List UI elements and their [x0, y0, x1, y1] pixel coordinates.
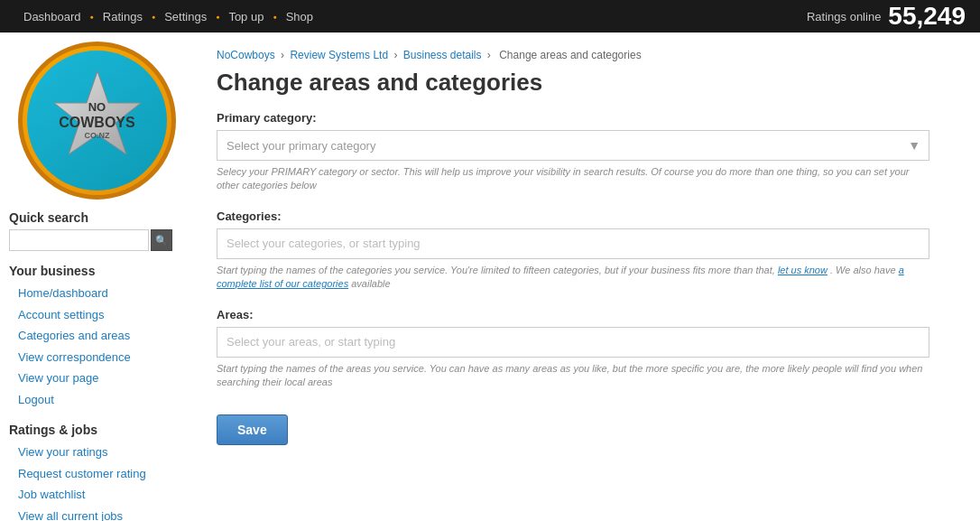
sidebar-item-request-rating[interactable]: Request customer rating — [9, 463, 185, 464]
breadcrumb-review-systems[interactable]: Review Systems Ltd — [290, 49, 388, 61]
areas-input[interactable] — [217, 327, 929, 358]
nav-shop[interactable]: Shop — [277, 10, 322, 23]
logo-outer-ring: NO COWBOYS CO.NZ — [18, 42, 176, 200]
logo-text: NO COWBOYS CO.NZ — [59, 100, 134, 142]
sidebar-item-home-dashboard[interactable]: Home/dashboard — [9, 283, 185, 304]
sidebar: NO COWBOYS CO.NZ Quick search 🔍 Your bus… — [0, 33, 194, 463]
nav-topup[interactable]: Top up — [219, 10, 273, 23]
areas-label: Areas: — [217, 308, 962, 321]
breadcrumb-current: Change areas and categories — [499, 49, 641, 61]
primary-category-section: Primary category: Select your primary ca… — [217, 111, 962, 193]
ratings-online: Ratings online 55,249 — [807, 2, 966, 31]
sidebar-item-view-ratings[interactable]: View your ratings — [9, 442, 185, 463]
areas-hint: Start typing the names of the areas you … — [217, 362, 929, 390]
areas-section: Areas: Start typing the names of the are… — [217, 308, 962, 390]
logo-container: NO COWBOYS CO.NZ — [18, 42, 176, 200]
main-content: NoCowboys › Review Systems Ltd › Busines… — [199, 33, 980, 463]
search-button[interactable]: 🔍 — [151, 229, 172, 251]
breadcrumb: NoCowboys › Review Systems Ltd › Busines… — [217, 49, 962, 61]
primary-category-label: Primary category: — [217, 111, 962, 125]
breadcrumb-nocowboys[interactable]: NoCowboys — [217, 49, 275, 61]
primary-category-wrapper: Select your primary category ▼ — [217, 130, 929, 161]
categories-label: Categories: — [217, 209, 962, 223]
categories-input[interactable] — [217, 228, 929, 259]
categories-hint-pre: Start typing the names of the categories… — [217, 265, 775, 275]
categories-section: Categories: Start typing the names of th… — [217, 209, 962, 292]
nav-dashboard[interactable]: Dashboard — [14, 10, 90, 23]
nav-ratings[interactable]: Ratings — [94, 10, 152, 23]
quick-search-label: Quick search — [9, 210, 185, 225]
save-button[interactable]: Save — [217, 414, 288, 445]
breadcrumb-business-details[interactable]: Business details — [403, 49, 482, 61]
breadcrumb-sep-3: › — [487, 49, 494, 61]
sidebar-item-account-settings[interactable]: Account settings — [9, 304, 185, 326]
breadcrumb-sep-1: › — [281, 49, 287, 61]
search-input[interactable] — [9, 229, 149, 251]
header: Dashboard ● Ratings ● Settings ● Top up … — [0, 0, 980, 33]
sidebar-item-view-page[interactable]: View your page — [9, 367, 185, 389]
main-nav: Dashboard ● Ratings ● Settings ● Top up … — [14, 10, 322, 23]
sidebar-item-view-correspondence[interactable]: View correspondence — [9, 347, 185, 368]
logo-star: NO COWBOYS CO.NZ — [43, 67, 152, 175]
ratings-jobs-title: Ratings & jobs — [9, 423, 185, 437]
categories-hint-link1[interactable]: let us know — [778, 265, 827, 275]
nav-settings[interactable]: Settings — [155, 10, 216, 23]
primary-category-select[interactable]: Select your primary category — [217, 130, 929, 161]
sidebar-item-categories-areas[interactable]: Categories and areas — [9, 325, 185, 347]
breadcrumb-sep-2: › — [393, 49, 400, 61]
page-title: Change areas and categories — [217, 69, 962, 97]
categories-hint-post: available — [351, 278, 390, 289]
ratings-online-label: Ratings online — [807, 10, 881, 23]
primary-category-hint: Selecy your PRIMARY category or sector. … — [217, 165, 929, 193]
search-row: 🔍 — [9, 229, 185, 251]
your-business-title: Your business — [9, 264, 185, 278]
categories-hint-mid: . We also have — [830, 265, 896, 275]
logo-inner-circle: NO COWBOYS CO.NZ — [27, 51, 167, 191]
ratings-count: 55,249 — [888, 2, 966, 31]
categories-hint: Start typing the names of the categories… — [217, 264, 929, 292]
sidebar-item-logout[interactable]: Logout — [9, 389, 185, 411]
